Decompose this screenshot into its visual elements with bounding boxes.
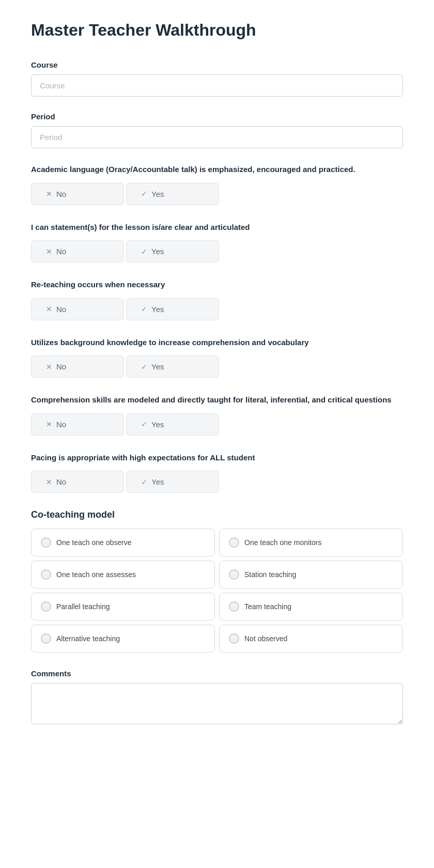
radio-circle-icon [229, 537, 239, 548]
coteaching-option-label-5: Parallel teaching [56, 602, 110, 611]
check-icon: ✓ [141, 247, 147, 256]
period-field-group: Period [31, 112, 403, 148]
radio-label-3-1: No [56, 305, 66, 314]
question-text-5: Comprehension skills are modeled and dir… [31, 394, 403, 406]
page-title: Master Teacher Walkthrough [31, 21, 403, 40]
check-icon: ✓ [141, 420, 147, 428]
question-group-3: Re-teaching occurs when necessary✕No✓Yes [31, 279, 403, 320]
question-group-4: Utilizes background knowledge to increas… [31, 337, 403, 378]
question-group-6: Pacing is appropriate with high expectat… [31, 452, 403, 493]
question-group-5: Comprehension skills are modeled and dir… [31, 394, 403, 436]
x-icon: ✕ [46, 363, 52, 371]
check-icon: ✓ [141, 363, 147, 371]
radio-row-5: ✕No✓Yes [31, 413, 403, 436]
radio-label-3-2: Yes [151, 305, 164, 314]
radio-option-3-1[interactable]: ✕No [31, 298, 124, 320]
x-icon: ✕ [46, 420, 52, 428]
radio-circle-icon [229, 569, 239, 580]
radio-label-1-2: Yes [151, 190, 164, 198]
radio-label-4-2: Yes [151, 362, 164, 371]
radio-circle-icon [41, 601, 51, 612]
radio-label-2-2: Yes [151, 247, 164, 256]
comments-label: Comments [31, 669, 403, 678]
question-text-3: Re-teaching occurs when necessary [31, 279, 403, 291]
radio-label-6-2: Yes [151, 477, 164, 486]
question-text-6: Pacing is appropriate with high expectat… [31, 452, 403, 464]
period-input[interactable] [31, 126, 403, 148]
coteaching-option-label-3: One teach one assesses [56, 570, 136, 579]
radio-label-1-1: No [56, 190, 66, 198]
radio-row-3: ✕No✓Yes [31, 298, 403, 320]
coteaching-option-label-2: One teach one monitors [244, 538, 321, 547]
question-group-1: Academic language (Oracy/Accountable tal… [31, 164, 403, 205]
radio-row-2: ✕No✓Yes [31, 240, 403, 262]
check-icon: ✓ [141, 190, 147, 198]
coteaching-group: Co-teaching model One teach one observeO… [31, 509, 403, 653]
coteaching-option-8[interactable]: Not observed [219, 625, 403, 653]
radio-option-2-2[interactable]: ✓Yes [126, 240, 219, 262]
x-icon: ✕ [46, 305, 52, 313]
radio-option-2-1[interactable]: ✕No [31, 240, 124, 262]
coteaching-option-1[interactable]: One teach one observe [31, 529, 215, 556]
coteaching-option-label-7: Alternative teaching [56, 634, 120, 643]
question-group-2: I can statement(s) for the lesson is/are… [31, 222, 403, 263]
radio-row-6: ✕No✓Yes [31, 471, 403, 493]
radio-option-1-2[interactable]: ✓Yes [126, 183, 219, 205]
radio-option-4-1[interactable]: ✕No [31, 355, 124, 378]
radio-label-6-1: No [56, 477, 66, 486]
radio-circle-icon [229, 601, 239, 612]
coteaching-option-3[interactable]: One teach one assesses [31, 561, 215, 588]
x-icon: ✕ [46, 190, 52, 198]
radio-option-1-1[interactable]: ✕No [31, 183, 124, 205]
comments-textarea[interactable] [31, 683, 403, 724]
questions-container: Academic language (Oracy/Accountable tal… [31, 164, 403, 493]
question-text-2: I can statement(s) for the lesson is/are… [31, 222, 403, 234]
check-icon: ✓ [141, 478, 147, 486]
check-icon: ✓ [141, 305, 147, 313]
coteaching-option-2[interactable]: One teach one monitors [219, 529, 403, 556]
radio-label-5-1: No [56, 420, 66, 429]
coteaching-grid: One teach one observeOne teach one monit… [31, 529, 403, 653]
radio-label-4-1: No [56, 362, 66, 371]
question-text-4: Utilizes background knowledge to increas… [31, 337, 403, 349]
question-text-1: Academic language (Oracy/Accountable tal… [31, 164, 403, 176]
radio-label-5-2: Yes [151, 420, 164, 429]
radio-row-4: ✕No✓Yes [31, 355, 403, 378]
radio-circle-icon [41, 569, 51, 580]
coteaching-option-4[interactable]: Station teaching [219, 561, 403, 588]
coteaching-option-label-1: One teach one observe [56, 538, 132, 547]
course-field-group: Course [31, 60, 403, 97]
x-icon: ✕ [46, 247, 52, 256]
radio-option-5-1[interactable]: ✕No [31, 413, 124, 436]
coteaching-option-label-8: Not observed [244, 634, 287, 643]
radio-option-3-2[interactable]: ✓Yes [126, 298, 219, 320]
period-label: Period [31, 112, 403, 121]
x-icon: ✕ [46, 478, 52, 486]
course-label: Course [31, 60, 403, 69]
course-input[interactable] [31, 74, 403, 97]
radio-option-5-2[interactable]: ✓Yes [126, 413, 219, 436]
radio-circle-icon [41, 537, 51, 548]
radio-option-6-2[interactable]: ✓Yes [126, 471, 219, 493]
coteaching-option-5[interactable]: Parallel teaching [31, 593, 215, 621]
radio-circle-icon [41, 633, 51, 644]
coteaching-option-label-4: Station teaching [244, 570, 296, 579]
coteaching-label: Co-teaching model [31, 509, 403, 520]
radio-option-4-2[interactable]: ✓Yes [126, 355, 219, 378]
coteaching-option-7[interactable]: Alternative teaching [31, 625, 215, 653]
radio-option-6-1[interactable]: ✕No [31, 471, 124, 493]
comments-section: Comments [31, 669, 403, 726]
coteaching-option-6[interactable]: Team teaching [219, 593, 403, 621]
radio-circle-icon [229, 633, 239, 644]
radio-row-1: ✕No✓Yes [31, 183, 403, 205]
coteaching-option-label-6: Team teaching [244, 602, 291, 611]
radio-label-2-1: No [56, 247, 66, 256]
